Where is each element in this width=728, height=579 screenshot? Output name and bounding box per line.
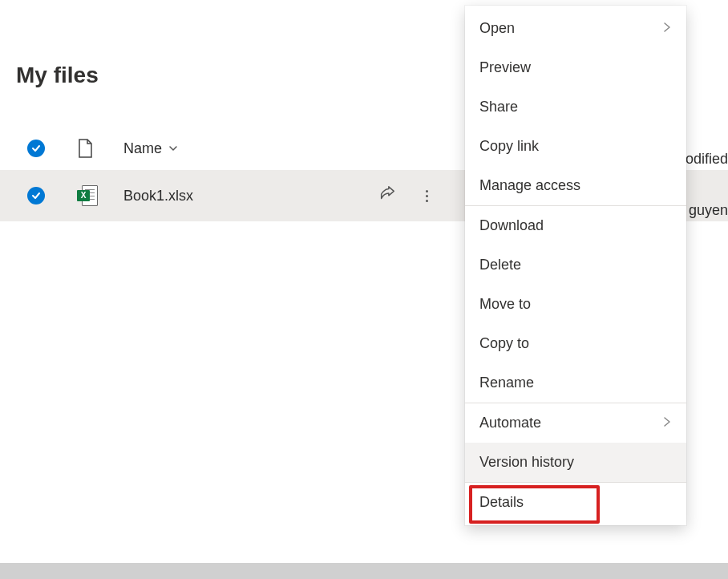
menu-item-label: Details [479, 494, 524, 511]
row-select[interactable] [27, 187, 77, 204]
file-name-cell[interactable]: Book1.xlsx [123, 188, 364, 204]
menu-item-label: Copy link [479, 138, 539, 155]
menu-item-label: Automate [479, 415, 541, 431]
file-icon [77, 139, 93, 158]
menu-item-label: Copy to [479, 335, 529, 352]
file-type-column-header[interactable] [77, 139, 123, 158]
chevron-down-icon [168, 144, 178, 153]
menu-item-manage-access[interactable]: Manage access [465, 166, 686, 206]
context-menu: Open Preview Share Copy link Manage acce… [465, 6, 686, 525]
select-all-column[interactable] [27, 140, 77, 157]
more-actions-icon[interactable] [419, 190, 435, 202]
file-name: Book1.xlsx [123, 188, 193, 204]
chevron-right-icon [662, 20, 672, 37]
checkmark-icon [27, 187, 45, 204]
menu-item-preview[interactable]: Preview [465, 48, 686, 87]
row-actions [364, 185, 452, 206]
bottom-bar [0, 563, 728, 579]
menu-item-label: Move to [479, 296, 531, 313]
menu-item-download[interactable]: Download [465, 206, 686, 245]
menu-item-open[interactable]: Open [465, 9, 686, 48]
menu-item-label: Rename [479, 375, 534, 391]
chevron-right-icon [662, 415, 672, 431]
menu-item-label: Manage access [479, 177, 580, 194]
menu-item-copy-to[interactable]: Copy to [465, 324, 686, 363]
menu-item-label: Preview [479, 59, 531, 76]
name-column-header[interactable]: Name [123, 140, 364, 157]
menu-item-copy-link[interactable]: Copy link [465, 127, 686, 166]
menu-item-label: Download [479, 217, 544, 234]
modified-by-cell: guyen [689, 202, 728, 219]
menu-item-label: Open [479, 20, 515, 37]
menu-item-share[interactable]: Share [465, 87, 686, 127]
menu-item-details[interactable]: Details [465, 483, 686, 522]
file-type-cell: X [77, 185, 123, 206]
menu-item-label: Share [479, 99, 518, 115]
excel-icon: X [77, 185, 98, 206]
menu-item-delete[interactable]: Delete [465, 245, 686, 285]
menu-item-automate[interactable]: Automate [465, 403, 686, 443]
share-icon[interactable] [378, 185, 396, 206]
menu-item-move-to[interactable]: Move to [465, 285, 686, 324]
menu-item-label: Delete [479, 257, 521, 273]
name-column-label: Name [123, 140, 162, 157]
menu-item-version-history[interactable]: Version history [465, 443, 686, 483]
menu-item-label: Version history [479, 454, 574, 471]
menu-item-rename[interactable]: Rename [465, 363, 686, 403]
checkmark-icon [27, 140, 45, 157]
